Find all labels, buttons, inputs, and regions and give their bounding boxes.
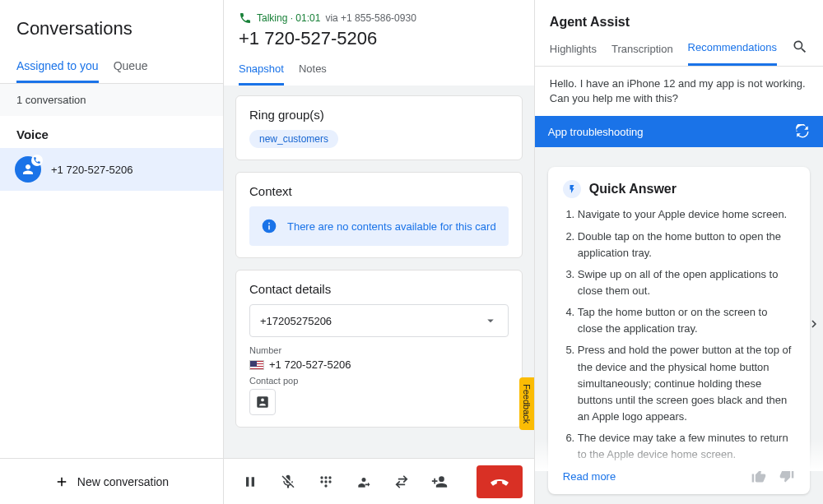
conversations-title: Conversations <box>0 0 223 53</box>
contact-select-value: +17205275206 <box>260 315 332 327</box>
conversation-count: 1 conversation <box>0 84 223 116</box>
quick-answer-title: Quick Answer <box>589 182 677 197</box>
conversation-item-label: +1 720-527-5206 <box>51 164 133 176</box>
tab-assigned[interactable]: Assigned to you <box>16 53 99 83</box>
tab-snapshot[interactable]: Snapshot <box>239 58 284 86</box>
call-status: Talking · 01:01 via +1 855-586-0930 <box>239 12 519 25</box>
quick-answer-card: Quick Answer Navigate to your Apple devi… <box>548 167 810 494</box>
phone-active-icon <box>239 12 252 25</box>
chevron-right-icon <box>807 317 821 331</box>
flag-us-icon <box>249 360 264 370</box>
tab-recommendations[interactable]: Recommendations <box>688 38 777 66</box>
svg-point-0 <box>320 476 323 479</box>
quick-answer-step: Navigate to your Apple device home scree… <box>578 206 795 223</box>
person-add-icon <box>431 474 448 490</box>
pause-button[interactable] <box>235 467 265 497</box>
quick-answer-steps: Navigate to your Apple device home scree… <box>563 206 795 461</box>
feedback-tab[interactable]: Feedback <box>519 377 534 430</box>
read-more-link[interactable]: Read more <box>563 470 616 483</box>
quick-answer-step: Double tap on the home button to open th… <box>578 229 795 261</box>
conversations-panel: Conversations Assigned to you Queue 1 co… <box>0 0 224 504</box>
context-empty-text: There are no contents available for this… <box>287 220 496 233</box>
svg-point-5 <box>328 480 331 483</box>
context-title: Context <box>249 184 509 198</box>
user-message: Hello. I have an iPhone 12 and my app is… <box>535 67 823 116</box>
context-empty-banner: There are no contents available for this… <box>249 206 509 246</box>
pause-icon <box>242 474 258 490</box>
swap-button[interactable] <box>387 467 416 497</box>
topic-banner-label: App troubleshooting <box>548 126 644 138</box>
refresh-icon[interactable] <box>795 124 810 139</box>
quick-answer-step: Tap the home button or on the screen to … <box>578 304 795 337</box>
mic-off-icon <box>280 474 296 490</box>
mute-button[interactable] <box>273 467 303 497</box>
svg-point-6 <box>324 484 327 487</box>
bolt-icon <box>563 180 581 198</box>
info-icon <box>261 218 277 234</box>
svg-point-3 <box>320 480 323 483</box>
hangup-icon <box>490 472 509 492</box>
ring-groups-card: Ring group(s) new_customers <box>235 95 523 160</box>
new-conversation-label: New conversation <box>77 475 169 488</box>
conversations-tabs: Assigned to you Queue <box>0 53 223 84</box>
recommendations-body: Quick Answer Navigate to your Apple devi… <box>535 147 823 504</box>
contact-card-icon <box>255 395 270 409</box>
dialpad-button[interactable] <box>311 467 341 497</box>
agent-assist-panel: Agent Assist Highlights Transcription Re… <box>534 0 823 504</box>
agent-assist-title: Agent Assist <box>535 0 823 38</box>
next-recommendation-button[interactable] <box>807 317 821 335</box>
svg-point-4 <box>324 480 327 483</box>
call-panel: Talking · 01:01 via +1 855-586-0930 +1 7… <box>224 0 534 504</box>
contact-details-title: Contact details <box>249 282 509 296</box>
quick-answer-step: Swipe up on all of the open applications… <box>578 266 795 299</box>
new-conversation-button[interactable]: New conversation <box>0 458 223 504</box>
avatar <box>15 156 41 183</box>
contact-pop-label: Contact pop <box>249 376 509 386</box>
call-tabs: Snapshot Notes <box>239 58 519 86</box>
search-button[interactable] <box>792 39 808 58</box>
svg-point-2 <box>328 476 331 479</box>
dialpad-icon <box>318 474 334 490</box>
chevron-down-icon <box>483 313 498 328</box>
transfer-button[interactable] <box>349 467 379 497</box>
voice-section-header: Voice <box>0 116 223 148</box>
context-card: Context There are no contents available … <box>235 172 523 258</box>
contact-pop-button[interactable] <box>249 389 276 415</box>
swap-icon <box>393 474 410 490</box>
tab-notes[interactable]: Notes <box>299 58 327 86</box>
number-value: +1 720-527-5206 <box>269 358 351 371</box>
number-label: Number <box>249 345 509 355</box>
tab-queue[interactable]: Queue <box>114 53 148 83</box>
contact-select[interactable]: +17205275206 <box>249 304 509 337</box>
tab-highlights[interactable]: Highlights <box>550 39 597 65</box>
call-control-bar <box>224 458 534 504</box>
end-call-button[interactable] <box>477 465 523 498</box>
call-badge-icon <box>31 155 43 166</box>
ring-group-chip[interactable]: new_customers <box>249 130 338 148</box>
ring-groups-title: Ring group(s) <box>249 108 509 122</box>
topic-banner: App troubleshooting <box>535 116 823 147</box>
agent-assist-tabs: Highlights Transcription Recommendations <box>535 38 823 67</box>
plus-icon <box>54 474 69 489</box>
quick-answer-step: Press and hold the power button at the t… <box>578 342 795 425</box>
contact-details-card: Contact details +17205275206 Number +1 7… <box>235 270 523 428</box>
add-participant-button[interactable] <box>425 467 454 497</box>
call-header: Talking · 01:01 via +1 855-586-0930 +1 7… <box>224 0 534 86</box>
svg-point-1 <box>324 476 327 479</box>
call-body: Ring group(s) new_customers Context Ther… <box>224 86 534 504</box>
transfer-icon <box>356 474 372 490</box>
search-icon <box>792 39 808 55</box>
number-row: +1 720-527-5206 <box>249 358 509 371</box>
tab-transcription[interactable]: Transcription <box>611 39 673 65</box>
caller-number: +1 720-527-5206 <box>239 28 519 49</box>
conversation-item[interactable]: +1 720-527-5206 <box>0 148 223 191</box>
